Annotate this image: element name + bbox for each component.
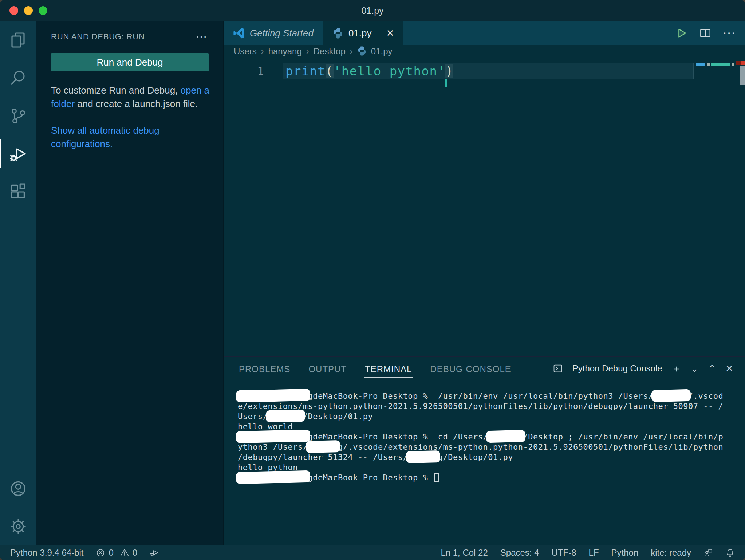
python-interpreter-status[interactable]: Python 3.9.4 64-bit — [10, 548, 83, 558]
close-tab-icon[interactable]: ✕ — [386, 28, 394, 39]
warning-icon — [120, 548, 129, 557]
redacted-text: hanyang@hanyan — [238, 432, 308, 442]
line-number: 1 — [224, 63, 285, 79]
search-icon — [9, 69, 27, 87]
maximize-panel-icon[interactable]: ⌃ — [708, 363, 716, 374]
feedback-icon[interactable] — [703, 548, 713, 557]
terminal-dropdown-icon[interactable]: ⌄ — [691, 363, 699, 374]
code-editor[interactable]: 1 print('hello python') — [224, 58, 745, 356]
terminal-text: g/Desktop/01.py — [438, 453, 513, 462]
terminal-line: ython3 /Users/hanyang/.vscode/extensions… — [238, 442, 745, 452]
indentation-status[interactable]: Spaces: 4 — [500, 548, 539, 558]
terminal-output[interactable]: hanyang@hanyangdeMacBook-Pro Desktop % /… — [224, 380, 745, 545]
cursor-position-status[interactable]: Ln 1, Col 22 — [441, 548, 488, 558]
activity-bar — [0, 21, 36, 545]
debug-status-icon[interactable] — [150, 548, 159, 557]
overview-ruler-marker — [736, 61, 745, 65]
kite-status[interactable]: kite: ready — [651, 548, 691, 558]
vscode-logo-icon — [233, 27, 245, 39]
sidebar-more-actions-icon[interactable]: ⋯ — [196, 33, 207, 40]
minimap-token — [707, 63, 710, 66]
notifications-bell-icon[interactable] — [725, 548, 735, 557]
sidebar-item-extensions[interactable] — [0, 173, 36, 210]
eol-status[interactable]: LF — [589, 548, 599, 558]
terminal-text: ython3 /Users/ — [238, 442, 308, 451]
run-file-icon[interactable] — [676, 27, 688, 39]
split-editor-icon[interactable] — [699, 27, 712, 39]
terminal-text: e/extensions/ms-python.python-2021.5.926… — [238, 402, 723, 411]
accounts-button[interactable] — [0, 470, 36, 508]
language-mode-status[interactable]: Python — [611, 548, 639, 558]
terminal-text: gdeMacBook-Pro Desktop % — [308, 473, 433, 482]
code-line-1: 1 print('hello python') — [224, 58, 745, 79]
editor-more-actions-icon[interactable]: ⋯ — [722, 31, 736, 35]
tab-debug-console[interactable]: DEBUG CONSOLE — [429, 359, 512, 378]
breadcrumb-item[interactable]: 01.py — [371, 46, 393, 56]
sidebar-item-search[interactable] — [0, 59, 36, 97]
redacted-text: hanyang@hanyan — [238, 473, 308, 483]
run-and-debug-button[interactable]: Run and Debug — [51, 53, 209, 71]
sidebar-item-source-control[interactable] — [0, 97, 36, 135]
error-count: 0 — [109, 548, 113, 558]
terminal-text: /.vscod — [688, 391, 723, 401]
tab-01py[interactable]: 01.py ✕ — [323, 21, 403, 45]
string-token: 'hello python' — [334, 64, 446, 78]
tab-label: Getting Started — [250, 28, 314, 39]
breadcrumb-separator: › — [261, 46, 264, 56]
encoding-status[interactable]: UTF-8 — [552, 548, 576, 558]
function-token: print — [285, 64, 326, 78]
zoom-window-button[interactable] — [39, 6, 47, 15]
breadcrumb-item[interactable]: Users — [234, 46, 257, 56]
terminal-selector[interactable]: Python Debug Console — [572, 363, 662, 374]
tab-output[interactable]: OUTPUT — [308, 359, 347, 378]
hint-post: and create a launch.json file. — [75, 98, 198, 109]
terminal-text: hello world — [238, 422, 293, 431]
settings-button[interactable] — [0, 508, 36, 545]
python-file-icon — [357, 46, 367, 56]
bottom-panel: PROBLEMS OUTPUT TERMINAL DEBUG CONSOLE P… — [224, 356, 745, 545]
open-paren-token: ( — [326, 64, 334, 78]
breadcrumb: Users › hanyang › Desktop › 01.py — [224, 45, 745, 58]
terminal-line: hello python — [238, 462, 745, 473]
tab-problems[interactable]: PROBLEMS — [238, 359, 291, 378]
sidebar-item-explorer[interactable] — [0, 21, 36, 59]
terminal-line: hanyang@hanyangdeMacBook-Pro Desktop % /… — [238, 391, 745, 401]
breadcrumb-item[interactable]: hanyang — [268, 46, 302, 56]
traffic-lights — [9, 6, 47, 15]
files-icon — [9, 31, 27, 49]
redacted-text: hanyan — [308, 442, 338, 452]
terminal-text: g/.vscode/extensions/ms-python.python-20… — [338, 442, 723, 451]
show-debug-configurations-link[interactable]: Show all automatic debug configurations. — [51, 125, 159, 149]
close-panel-icon[interactable]: ✕ — [725, 363, 733, 374]
breadcrumb-item[interactable]: Desktop — [314, 46, 346, 56]
redacted-text: hanyan — [408, 452, 438, 462]
minimap[interactable] — [694, 58, 745, 356]
terminal-line: /debugpy/launcher 51324 -- /Users/hanyan… — [238, 452, 745, 462]
close-paren-token: ) — [445, 64, 453, 78]
panel-actions: Python Debug Console ＋ ⌄ ⌃ ✕ — [553, 362, 745, 375]
breadcrumb-separator: › — [306, 46, 309, 56]
breadcrumb-separator: › — [350, 46, 353, 56]
tab-label: 01.py — [348, 28, 372, 39]
new-terminal-icon[interactable]: ＋ — [672, 362, 681, 375]
minimap-token — [732, 63, 734, 66]
scrollbar-thumb[interactable] — [740, 66, 745, 85]
account-icon — [9, 480, 27, 497]
close-window-button[interactable] — [9, 6, 18, 15]
gear-icon — [9, 518, 27, 535]
minimap-code-line — [696, 63, 734, 66]
python-file-icon — [332, 28, 343, 39]
terminal-text: Users/ — [238, 412, 268, 421]
minimize-window-button[interactable] — [24, 6, 33, 15]
tab-terminal[interactable]: TERMINAL — [364, 359, 413, 378]
vscode-window: 01.py — [0, 0, 745, 560]
problems-status[interactable]: 0 0 — [96, 548, 137, 558]
title-bar: 01.py — [0, 0, 745, 21]
sidebar-item-run-and-debug[interactable] — [0, 135, 36, 173]
redacted-text: hanyang — [653, 391, 688, 401]
editor-actions: ⋯ — [676, 21, 745, 45]
run-and-debug-sidebar: RUN AND DEBUG: RUN ⋯ Run and Debug To cu… — [36, 21, 223, 545]
redacted-text: hanyang — [268, 411, 303, 422]
terminal-line: Users/hanyang/Desktop/01.py — [238, 411, 745, 422]
tab-getting-started[interactable]: Getting Started — [224, 21, 323, 45]
